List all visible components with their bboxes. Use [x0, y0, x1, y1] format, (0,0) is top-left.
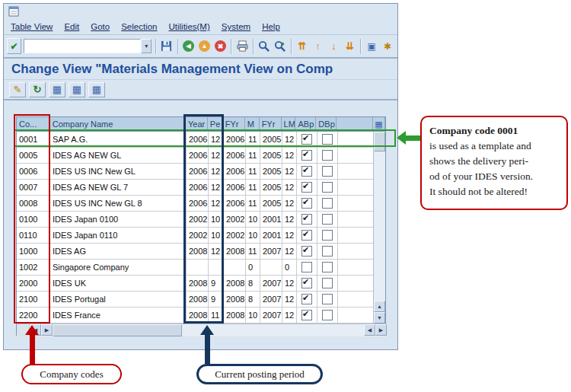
cell-period[interactable]: 12	[209, 148, 224, 164]
cell-year[interactable]: 2006	[187, 132, 209, 148]
cell-company-name[interactable]: IDES AG NEW GL	[50, 148, 187, 164]
back-button[interactable]: ◀	[182, 38, 196, 54]
cell-fyr-last[interactable]: 2005	[260, 180, 282, 196]
cell-company-name[interactable]: SAP A.G.	[50, 132, 187, 148]
table-row[interactable]: 2200 IDES France 2008 11 2008 10 2007 12	[17, 308, 385, 323]
table-settings-icon[interactable]: ▦	[373, 117, 385, 132]
cell-year[interactable]: 2006	[187, 148, 209, 164]
cell-last-month[interactable]: 12	[282, 180, 297, 196]
cell-period[interactable]: 9	[209, 292, 224, 308]
cell-abp-checkbox[interactable]	[297, 260, 317, 276]
first-page-button[interactable]: ⇈	[295, 38, 309, 54]
vertical-scrollbar-track[interactable]	[374, 151, 385, 301]
column-header-company-name[interactable]: Company Name	[50, 117, 186, 132]
cell-company-code[interactable]: 0008	[17, 196, 50, 212]
find-button[interactable]	[257, 38, 271, 54]
cell-fyr-current[interactable]: 2006	[224, 132, 246, 148]
cell-month[interactable]: 0	[246, 260, 260, 276]
table-view-button-3[interactable]: ▦	[88, 82, 105, 97]
cell-fyr-last[interactable]: 2005	[260, 196, 282, 212]
cell-year[interactable]	[187, 260, 209, 276]
vertical-scrollbar-thumb[interactable]	[374, 132, 385, 151]
menu-item-table-view[interactable]: Table View	[11, 22, 53, 31]
table-view-button-2[interactable]: ▦	[69, 82, 85, 97]
scroll-right-button-2[interactable]: ▶	[375, 324, 387, 336]
refresh-button[interactable]: ↻	[29, 82, 46, 97]
cell-year[interactable]: 2008	[187, 308, 209, 323]
cell-last-month[interactable]: 12	[282, 244, 297, 260]
cell-abp-checkbox[interactable]	[297, 308, 317, 323]
cell-dbp-checkbox[interactable]	[317, 276, 338, 292]
cell-company-code[interactable]: 1002	[17, 260, 50, 276]
cell-abp-checkbox[interactable]	[297, 148, 317, 164]
cell-fyr-last[interactable]: 2001	[260, 228, 282, 244]
cell-month[interactable]: 11	[246, 180, 260, 196]
cancel-button[interactable]: ✖	[214, 38, 228, 54]
cell-fyr-current[interactable]: 2008	[224, 308, 246, 323]
scroll-right-button[interactable]: ▶	[41, 324, 53, 336]
table-row[interactable]: 0110 IDES Japan 0110 2002 10 2002 10 200…	[17, 228, 385, 244]
enter-button[interactable]: ✔	[7, 38, 21, 54]
cell-month[interactable]: 8	[246, 292, 260, 308]
cell-abp-checkbox[interactable]	[297, 132, 317, 148]
cell-company-name[interactable]: IDES AG	[50, 244, 187, 260]
cell-abp-checkbox[interactable]	[297, 292, 317, 308]
cell-fyr-current[interactable]: 2008	[224, 244, 246, 260]
cell-month[interactable]: 11	[246, 148, 260, 164]
table-row[interactable]: 0007 IDES AG NEW GL 7 2006 12 2006 11 20…	[17, 180, 385, 196]
table-row[interactable]: 0006 IDES US INC New GL 2006 12 2006 11 …	[17, 164, 385, 180]
scroll-up-button[interactable]: ▲	[374, 301, 385, 312]
cell-fyr-last[interactable]: 2007	[260, 308, 282, 323]
cell-company-code[interactable]: 2200	[17, 308, 50, 323]
cell-last-month[interactable]: 12	[282, 132, 297, 148]
menu-item-goto[interactable]: Goto	[91, 22, 110, 31]
cell-period[interactable]: 12	[209, 180, 224, 196]
column-header-dbp[interactable]: DBp	[316, 117, 337, 132]
column-header-company-code[interactable]: Co...	[17, 117, 50, 132]
cell-year[interactable]: 2006	[187, 196, 209, 212]
cell-year[interactable]: 2008	[187, 292, 209, 308]
cell-company-name[interactable]: IDES UK	[50, 276, 187, 292]
cell-company-name[interactable]: IDES Japan 0100	[50, 212, 187, 228]
menu-item-help[interactable]: Help	[262, 22, 280, 31]
cell-company-name[interactable]: IDES US INC New GL	[50, 164, 187, 180]
cell-abp-checkbox[interactable]	[297, 212, 317, 228]
cell-month[interactable]: 8	[246, 276, 260, 292]
cell-fyr-current[interactable]: 2002	[224, 212, 246, 228]
cell-period[interactable]: 12	[209, 132, 224, 148]
previous-page-button[interactable]: ↑	[311, 38, 325, 54]
table-row[interactable]: 2100 IDES Portugal 2008 9 2008 8 2007 12	[17, 292, 385, 308]
column-header-month[interactable]: M	[245, 117, 260, 132]
cell-last-month[interactable]: 12	[282, 164, 297, 180]
cell-fyr-last[interactable]	[260, 260, 282, 276]
cell-period[interactable]: 10	[209, 212, 224, 228]
cell-last-month[interactable]: 12	[282, 308, 297, 323]
cell-fyr-current[interactable]: 2002	[224, 228, 246, 244]
display-change-button[interactable]: ✎	[9, 82, 26, 97]
cell-dbp-checkbox[interactable]	[317, 132, 338, 148]
cell-company-code[interactable]: 0100	[17, 212, 50, 228]
cell-company-name[interactable]: Singapore Company	[50, 260, 187, 276]
cell-abp-checkbox[interactable]	[297, 244, 317, 260]
table-row[interactable]: 2000 IDES UK 2008 9 2008 8 2007 12	[17, 276, 385, 292]
cell-fyr-last[interactable]: 2005	[260, 148, 282, 164]
cell-company-code[interactable]: 2000	[17, 276, 50, 292]
save-button[interactable]	[160, 38, 174, 54]
cell-fyr-last[interactable]: 2007	[260, 276, 282, 292]
cell-year[interactable]: 2006	[187, 164, 209, 180]
cell-fyr-last[interactable]: 2005	[260, 132, 282, 148]
cell-period[interactable]: 12	[209, 164, 224, 180]
cell-month[interactable]: 11	[246, 196, 260, 212]
cell-fyr-current[interactable]: 2006	[224, 180, 246, 196]
cell-month[interactable]: 11	[246, 164, 260, 180]
cell-last-month[interactable]: 12	[282, 148, 297, 164]
vertical-scrollbar[interactable]: ▲ ▼	[373, 132, 385, 323]
create-shortcut-button[interactable]: ✱	[381, 38, 394, 54]
table-row[interactable]: 0005 IDES AG NEW GL 2006 12 2006 11 2005…	[17, 148, 385, 164]
cell-period[interactable]: 12	[209, 196, 224, 212]
menu-item-edit[interactable]: Edit	[64, 22, 79, 31]
table-row[interactable]: 0100 IDES Japan 0100 2002 10 2002 10 200…	[17, 212, 385, 228]
cell-company-code[interactable]: 0006	[17, 164, 50, 180]
cell-last-month[interactable]: 0	[282, 260, 297, 276]
cell-company-code[interactable]: 0005	[17, 148, 50, 164]
